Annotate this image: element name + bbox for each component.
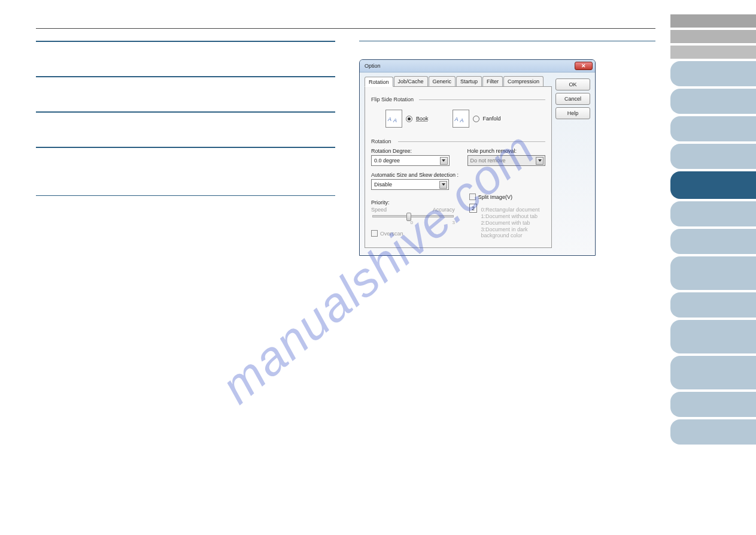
tabs: Rotation Job/Cache Generic Startup Filte… <box>365 76 552 87</box>
close-button[interactable]: ✕ <box>575 62 593 70</box>
hole-punch-label: Hole punch removal: <box>467 148 546 154</box>
dialog-titlebar: Option ✕ <box>360 60 595 72</box>
sidebar-tab[interactable] <box>670 320 756 353</box>
split-image-label: Split Image(V) <box>478 194 512 200</box>
sidebar-tab[interactable] <box>670 229 756 254</box>
screenshot-column: Option ✕ Rotation Job/Cache Generic Star… <box>359 41 655 256</box>
sidebar-tab[interactable] <box>670 256 756 290</box>
auto-size-combo[interactable]: Disable <box>371 179 449 190</box>
radio-fanfold[interactable] <box>473 116 479 122</box>
step-block <box>36 41 335 76</box>
help-button[interactable]: Help <box>555 107 590 119</box>
cancel-button[interactable]: Cancel <box>555 93 590 105</box>
book-icon <box>385 110 402 128</box>
sidebar-tab[interactable] <box>670 61 756 86</box>
sidebar-tab[interactable] <box>670 392 756 417</box>
tab-filter[interactable]: Filter <box>482 76 503 86</box>
fanfold-icon <box>453 110 469 128</box>
group-rotation: Rotation <box>371 138 545 144</box>
sidebar-tab[interactable] <box>670 144 756 169</box>
auto-size-value: Disable <box>374 182 392 188</box>
split-image-checkbox[interactable] <box>469 194 476 200</box>
dialog-title: Option <box>365 63 381 69</box>
priority-accuracy: Accuracy <box>433 207 455 213</box>
flip-fanfold-label: Fanfold <box>483 116 501 122</box>
tab-generic[interactable]: Generic <box>429 76 456 86</box>
step-block <box>36 147 335 195</box>
priority-speed: Speed <box>371 207 387 213</box>
overscan-checkbox <box>371 230 378 237</box>
flip-option-fanfold[interactable]: Fanfold <box>453 110 501 128</box>
flip-book-label: Book <box>416 116 429 122</box>
priority-slider <box>372 215 454 217</box>
step-block <box>36 112 335 147</box>
tab-rotation[interactable]: Rotation <box>365 77 393 87</box>
flip-option-book[interactable]: Book <box>385 110 429 128</box>
right-sidebar <box>669 0 756 535</box>
group-flip-side: Flip Side Rotation <box>371 96 545 102</box>
sidebar-tab[interactable] <box>670 14 756 28</box>
tab-startup[interactable]: Startup <box>456 76 482 86</box>
chevron-down-icon <box>536 157 544 165</box>
divider <box>359 41 655 41</box>
slider-thumb <box>406 213 411 221</box>
sidebar-tab[interactable] <box>670 46 756 59</box>
auto-size-label: Automatic Size and Skew detection : <box>371 172 545 178</box>
chevron-down-icon <box>439 181 447 189</box>
option-dialog: Option ✕ Rotation Job/Cache Generic Star… <box>359 59 596 256</box>
rotation-degree-combo[interactable]: 0.0 degree <box>371 155 450 166</box>
helper-item: 3:Document in dark background color <box>481 226 545 238</box>
sidebar-tab[interactable] <box>670 89 756 114</box>
helper-item: 2:Document with tab <box>481 220 545 226</box>
chapter-title-bar <box>36 18 655 29</box>
sidebar-tab[interactable] <box>670 356 756 389</box>
helper-item: 0:Rectangular document <box>481 207 545 213</box>
close-icon: ✕ <box>581 63 586 69</box>
sidebar-tab[interactable] <box>670 292 756 318</box>
tab-compression[interactable]: Compression <box>503 76 544 86</box>
tab-jobcache[interactable]: Job/Cache <box>394 76 428 86</box>
helper-item: 1:Document without tab <box>481 213 545 219</box>
radio-book[interactable] <box>406 116 412 122</box>
tick: 3 <box>452 220 454 225</box>
priority-label: Priority: <box>371 200 455 205</box>
rotation-degree-label: Rotation Degree: <box>371 148 450 154</box>
overscan-label: Overscan <box>380 231 403 237</box>
rotation-degree-value: 0.0 degree <box>374 158 400 164</box>
divider <box>36 195 335 196</box>
ok-button[interactable]: OK <box>555 78 590 90</box>
hole-punch-value: Do not remove <box>470 158 506 164</box>
chevron-down-icon <box>440 157 448 165</box>
sidebar-tab[interactable] <box>670 116 756 141</box>
split-helper-list: 0:Rectangular document 1:Document withou… <box>481 206 545 239</box>
hole-punch-combo: Do not remove <box>467 155 546 166</box>
sidebar-tab[interactable] <box>670 201 756 226</box>
sidebar-tab-active[interactable] <box>670 171 756 199</box>
split-value-input: 2 <box>469 204 478 213</box>
page-content: Option ✕ Rotation Job/Cache Generic Star… <box>36 18 655 256</box>
step-block <box>36 77 335 111</box>
sidebar-tab[interactable] <box>670 30 756 43</box>
sidebar-tab[interactable] <box>670 419 756 445</box>
procedure-steps <box>36 41 335 256</box>
